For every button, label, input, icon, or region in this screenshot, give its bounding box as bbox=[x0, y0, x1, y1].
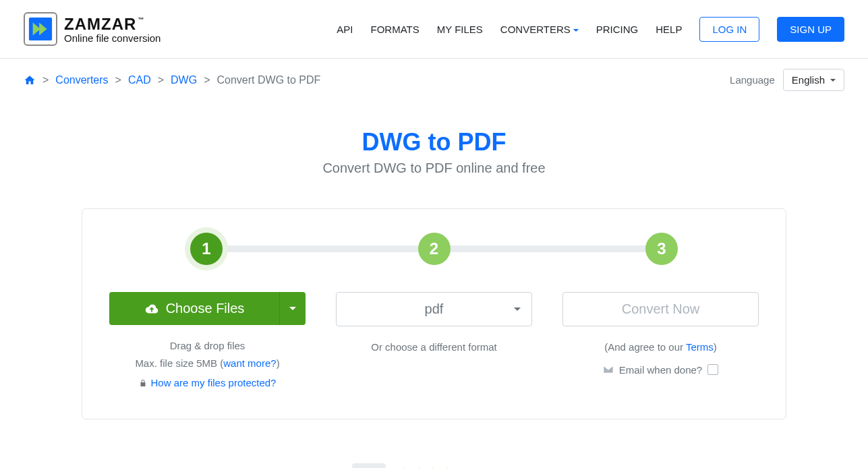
format-select[interactable]: pdf bbox=[336, 292, 532, 326]
nav-myfiles[interactable]: MY FILES bbox=[437, 24, 483, 35]
lock-icon bbox=[139, 379, 147, 387]
nav-help[interactable]: HELP bbox=[656, 24, 682, 35]
star-icon bbox=[412, 466, 426, 469]
terms-link[interactable]: Terms bbox=[686, 341, 714, 353]
breadcrumb-bar: > Converters > CAD > DWG > Convert DWG t… bbox=[0, 59, 868, 91]
breadcrumb: > Converters > CAD > DWG > Convert DWG t… bbox=[24, 74, 320, 86]
logo-text: ZAMZAR ™ Online file conversion bbox=[64, 15, 161, 44]
main-nav: API FORMATS MY FILES CONVERTERS PRICING … bbox=[337, 17, 844, 42]
crumb-dwg[interactable]: DWG bbox=[171, 74, 197, 86]
choose-files-dropdown[interactable] bbox=[280, 292, 306, 325]
agree-suffix: ) bbox=[714, 341, 717, 353]
language-selected: English bbox=[792, 74, 825, 86]
star-icon bbox=[440, 466, 454, 469]
crumb-cad[interactable]: CAD bbox=[128, 74, 151, 86]
nav-api[interactable]: API bbox=[337, 24, 353, 35]
header: ZAMZAR ™ Online file conversion API FORM… bbox=[0, 0, 868, 59]
crumb-converters[interactable]: Converters bbox=[55, 74, 108, 86]
step-2-indicator: 2 bbox=[418, 233, 451, 265]
signup-button[interactable]: SIGN UP bbox=[777, 17, 844, 42]
convert-now-button[interactable]: Convert Now bbox=[562, 292, 759, 326]
email-when-done-checkbox[interactable] bbox=[707, 364, 718, 375]
step-3-subtext: (And agree to our Terms) Email when done… bbox=[562, 339, 759, 378]
crumb-current: Convert DWG to PDF bbox=[217, 74, 321, 86]
nav-converters[interactable]: CONVERTERS bbox=[500, 24, 579, 35]
choose-files-group: Choose Files bbox=[109, 292, 306, 325]
step-1-indicator: 1 bbox=[190, 233, 223, 265]
home-icon[interactable] bbox=[24, 74, 36, 86]
step-3-indicator: 3 bbox=[645, 233, 678, 265]
want-more-link[interactable]: want more? bbox=[223, 357, 276, 369]
drag-drop-text: Drag & drop files bbox=[109, 337, 306, 355]
language-section: Language English bbox=[730, 69, 844, 91]
chevron-down-icon bbox=[514, 308, 521, 311]
login-button[interactable]: LOG IN bbox=[699, 17, 759, 42]
language-label: Language bbox=[730, 74, 775, 86]
crumb-separator: > bbox=[158, 74, 164, 86]
logo-tm: ™ bbox=[138, 16, 144, 23]
choose-files-label: Choose Files bbox=[166, 301, 245, 316]
logo[interactable]: ZAMZAR ™ Online file conversion bbox=[24, 12, 161, 46]
logo-tagline: Online file conversion bbox=[64, 32, 161, 44]
hero: DWG to PDF Convert DWG to PDF online and… bbox=[0, 128, 868, 176]
step-2-column: pdf Or choose a different format bbox=[336, 292, 532, 392]
nav-formats[interactable]: FORMATS bbox=[371, 24, 419, 35]
logo-icon bbox=[24, 12, 57, 46]
step-3-column: Convert Now (And agree to our Terms) Ema… bbox=[562, 292, 759, 392]
page-subtitle: Convert DWG to PDF online and free bbox=[0, 160, 868, 176]
max-size-prefix: Max. file size 5MB ( bbox=[135, 357, 223, 369]
language-select[interactable]: English bbox=[783, 69, 844, 91]
crumb-separator: > bbox=[115, 74, 121, 86]
rating-stars bbox=[398, 466, 516, 469]
star-icon bbox=[455, 466, 468, 469]
choose-files-button[interactable]: Choose Files bbox=[109, 292, 280, 325]
star-icon bbox=[426, 466, 440, 469]
max-size-suffix: ) bbox=[277, 357, 280, 369]
crumb-separator: > bbox=[42, 74, 49, 86]
email-when-done-label: Email when done? bbox=[619, 361, 702, 379]
nav-pricing[interactable]: PRICING bbox=[596, 24, 639, 35]
rating-section: 4.1 Based on 58094 reviews bbox=[0, 463, 868, 469]
mail-icon bbox=[603, 365, 614, 374]
star-icon bbox=[398, 466, 411, 469]
rating-details: Based on 58094 reviews bbox=[398, 466, 516, 469]
step-2-subtext: Or choose a different format bbox=[336, 339, 532, 356]
files-protected-link[interactable]: How are my files protected? bbox=[151, 374, 277, 392]
format-value: pdf bbox=[425, 301, 444, 317]
converter-card: 1 2 3 Choose Files Drag & drop files Max… bbox=[82, 208, 786, 419]
step-1-subtext: Drag & drop files Max. file size 5MB (wa… bbox=[109, 337, 306, 392]
step-1-column: Choose Files Drag & drop files Max. file… bbox=[109, 292, 306, 392]
cloud-upload-icon bbox=[144, 301, 159, 316]
steps-indicator: 1 2 3 bbox=[190, 233, 678, 265]
page-title: DWG to PDF bbox=[0, 128, 868, 156]
rating-score: 4.1 bbox=[352, 463, 386, 469]
crumb-separator: > bbox=[204, 74, 210, 86]
agree-prefix: (And agree to our bbox=[604, 341, 686, 353]
actions-row: Choose Files Drag & drop files Max. file… bbox=[109, 292, 759, 392]
logo-brand: ZAMZAR bbox=[64, 15, 136, 34]
